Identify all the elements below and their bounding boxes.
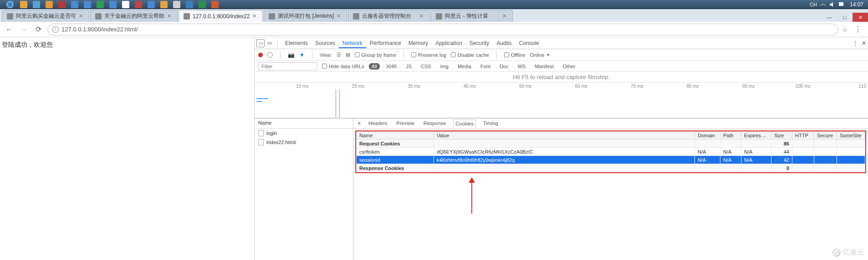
detail-tab-preview[interactable]: Preview: [395, 120, 416, 128]
browser-tab[interactable]: 阿里云购买金融云是否可✕: [2, 10, 89, 22]
devtools-tab-sources[interactable]: Sources: [311, 38, 339, 48]
browser-tab[interactable]: 阿里云 - 弹性计算✕: [431, 10, 513, 22]
cookie-col-header[interactable]: Size: [771, 132, 792, 140]
taskbar-app[interactable]: [186, 1, 193, 8]
browser-menu-icon[interactable]: ⋮: [852, 25, 864, 34]
devtools-tab-audits[interactable]: Audits: [493, 38, 515, 48]
wifi-icon[interactable]: [820, 1, 826, 8]
filter-toggle-icon[interactable]: ▼: [299, 52, 305, 58]
browser-tab[interactable]: 测试环境打包 [Jenkins]✕: [264, 10, 347, 22]
taskbar-app[interactable]: [199, 1, 206, 8]
filter-type-media[interactable]: Media: [455, 63, 474, 70]
view-large-icon[interactable]: ☰: [337, 52, 341, 58]
taskbar-app[interactable]: [58, 1, 66, 8]
cookie-col-header[interactable]: Name: [357, 132, 434, 140]
inspect-icon[interactable]: ▭: [256, 39, 265, 47]
detail-tab-headers[interactable]: Headers: [367, 120, 389, 128]
sound-icon[interactable]: [829, 1, 835, 8]
cookie-col-header[interactable]: SameSite: [837, 132, 865, 140]
tab-close-icon[interactable]: ✕: [252, 13, 258, 19]
request-row[interactable]: index22.html/: [255, 138, 353, 147]
devtools-tab-console[interactable]: Console: [516, 38, 543, 48]
taskbar-app[interactable]: [33, 1, 40, 8]
preserve-log-checkbox[interactable]: Preserve log: [411, 52, 446, 58]
network-timeline[interactable]: 10 ms20 ms30 ms40 ms50 ms60 ms70 ms80 ms…: [255, 83, 868, 118]
reload-button[interactable]: ⟳: [33, 24, 44, 35]
filter-type-xhr[interactable]: XHR: [383, 63, 399, 70]
filter-type-font[interactable]: Font: [478, 63, 493, 70]
devtools-tab-security[interactable]: Security: [466, 38, 493, 48]
taskbar-app[interactable]: [46, 1, 53, 8]
taskbar-app[interactable]: [122, 1, 129, 8]
screenshot-icon[interactable]: 📷: [288, 52, 295, 58]
tab-close-icon[interactable]: ✕: [419, 13, 425, 19]
group-by-frame-checkbox[interactable]: Group by frame: [355, 52, 396, 58]
cookie-col-header[interactable]: HTTP: [792, 132, 814, 140]
filter-type-other[interactable]: Other: [560, 63, 578, 70]
devtools-tab-elements[interactable]: Elements: [281, 38, 311, 48]
clock[interactable]: 14:07: [847, 1, 866, 8]
taskbar-app[interactable]: [173, 1, 180, 8]
devtools-close-icon[interactable]: ✕: [862, 40, 866, 46]
tab-close-icon[interactable]: ✕: [167, 13, 173, 19]
browser-tab[interactable]: 关于金融云的阿里云帮助✕: [90, 10, 178, 22]
taskbar-app[interactable]: [109, 1, 117, 8]
address-bar[interactable]: i 127.0.0.1:8000/index22.html/: [47, 24, 838, 35]
filter-type-all[interactable]: All: [369, 63, 380, 70]
browser-tab[interactable]: 云服务器管理控制台✕: [348, 10, 430, 22]
taskbar-app[interactable]: [148, 1, 155, 8]
cookie-col-header[interactable]: Path: [720, 132, 741, 140]
cookie-col-header[interactable]: Expires ...: [741, 132, 771, 140]
devtools-tab-memory[interactable]: Memory: [405, 38, 432, 48]
taskbar-app[interactable]: [135, 1, 142, 8]
start-button[interactable]: [2, 0, 18, 9]
devtools-settings-icon[interactable]: ⋮: [853, 40, 858, 46]
taskbar-app[interactable]: [84, 1, 91, 8]
cookie-col-header[interactable]: Domain: [695, 132, 720, 140]
throttling-select[interactable]: Online▼: [530, 52, 550, 58]
filter-type-ws[interactable]: WS: [515, 63, 528, 70]
devtools-tab-network[interactable]: Network: [339, 38, 366, 48]
forward-button[interactable]: →: [18, 24, 29, 35]
detail-tab-timing[interactable]: Timing: [481, 120, 500, 128]
site-info-icon[interactable]: i: [52, 26, 59, 33]
request-row[interactable]: login: [255, 129, 353, 138]
tab-close-icon[interactable]: ✕: [79, 13, 84, 19]
device-toggle-icon[interactable]: ▭: [266, 39, 274, 47]
taskbar-app[interactable]: [20, 1, 27, 8]
ime-indicator[interactable]: CH: [810, 2, 817, 7]
cookie-col-header[interactable]: Value: [434, 132, 695, 140]
close-detail-icon[interactable]: ✕: [357, 120, 361, 126]
hide-data-urls-checkbox[interactable]: Hide data URLs: [322, 64, 364, 69]
cookie-col-header[interactable]: Secure: [814, 132, 837, 140]
devtools-tab-application[interactable]: Application: [432, 38, 466, 48]
tab-close-icon[interactable]: ✕: [337, 13, 342, 19]
record-button[interactable]: [258, 53, 263, 57]
disable-cache-checkbox[interactable]: Disable cache: [451, 52, 489, 58]
taskbar-app[interactable]: [211, 1, 219, 8]
window-maximize[interactable]: □: [837, 13, 853, 22]
filter-type-img[interactable]: Img: [438, 63, 451, 70]
detail-tab-response[interactable]: Response: [422, 120, 448, 128]
view-waterfall-icon[interactable]: ▤: [346, 52, 350, 58]
flag-icon[interactable]: [838, 1, 844, 8]
filter-input[interactable]: [258, 62, 317, 70]
taskbar-app[interactable]: [160, 1, 168, 8]
browser-tab[interactable]: 127.0.0.1:8000/index22✕: [179, 10, 263, 22]
taskbar-app[interactable]: [71, 1, 78, 8]
offline-checkbox[interactable]: Offline: [504, 52, 526, 58]
cookie-row[interactable]: sessionidk48ohlmvf8o9ht0hfl2y0wjxnkr4j82…: [357, 156, 865, 164]
filter-type-js[interactable]: JS: [403, 63, 414, 70]
detail-tab-cookies[interactable]: Cookies: [453, 120, 476, 128]
window-close[interactable]: ✕: [853, 13, 868, 22]
tab-close-icon[interactable]: ✕: [502, 13, 508, 19]
back-button[interactable]: ←: [4, 24, 15, 35]
filter-type-manifest[interactable]: Manifest: [532, 63, 557, 70]
filter-type-doc[interactable]: Doc: [497, 63, 511, 70]
bookmark-star-icon[interactable]: ☆: [842, 26, 848, 33]
cookie-row[interactable]: csrftokendQ6EYXj9GWsaKCIcR6zMH1XcCzA0BzI…: [357, 148, 865, 156]
filter-type-css[interactable]: CSS: [418, 63, 434, 70]
clear-icon[interactable]: [267, 52, 273, 58]
window-minimize[interactable]: ―: [822, 13, 837, 22]
devtools-tab-performance[interactable]: Performance: [366, 38, 405, 48]
